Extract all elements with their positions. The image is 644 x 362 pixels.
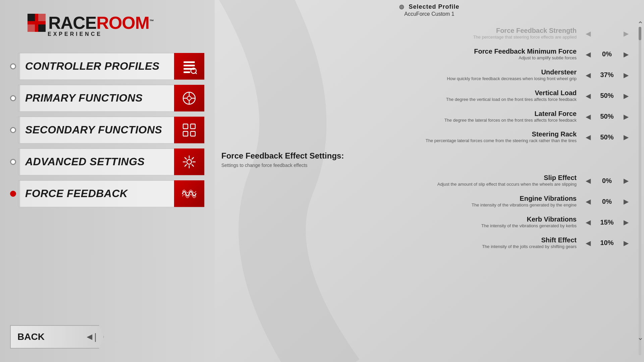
svg-point-13 [187, 96, 191, 100]
setting-name-ff-min: Force Feedback Minimum Force [221, 48, 577, 55]
ff-strength-increase[interactable]: ▶ [621, 29, 631, 38]
nav-item-force-feedback[interactable]: Force Feedback [10, 179, 205, 208]
setting-info-ff-min: Force Feedback Minimum Force Adjust to a… [221, 48, 583, 61]
shift-effect-increase[interactable]: ▶ [621, 238, 631, 248]
logo-tm: ™ [149, 18, 154, 24]
setting-name-kerb-vibrations: Kerb Vibrations [221, 216, 577, 223]
selected-profile-name: AccuForce Custom 1 [399, 11, 459, 17]
logo-container: RACEROOM™ EXPERIENCE [27, 13, 154, 37]
logo-icon [27, 13, 46, 33]
gamepad-icon [181, 90, 197, 106]
steering-rack-increase[interactable]: ▶ [621, 132, 631, 142]
understeer-increase[interactable]: ▶ [621, 70, 631, 80]
vertical-load-decrease[interactable]: ◀ [583, 91, 593, 101]
steering-rack-value: 50% [598, 133, 616, 141]
nav-item-primary-functions[interactable]: Primary Functions [10, 84, 205, 112]
setting-info-shift-effect: Shift Effect The intensity of the jolts … [221, 236, 583, 250]
setting-name-slip-effect: Slip Effect [221, 174, 577, 182]
shift-effect-decrease[interactable]: ◀ [583, 238, 593, 248]
slip-effect-increase[interactable]: ▶ [621, 176, 631, 185]
nav-label-force-feedback: Force Feedback [25, 187, 128, 200]
logo-main: RACEROOM™ [27, 13, 154, 33]
engine-vibrations-increase[interactable]: ▶ [621, 197, 631, 206]
svg-rect-1 [28, 21, 46, 24]
lateral-force-decrease[interactable]: ◀ [583, 112, 593, 121]
back-label: Back [17, 331, 45, 342]
svg-rect-2 [28, 14, 35, 21]
nav-bar-controller-profiles[interactable]: Controller Profiles [18, 53, 205, 80]
effect-settings-section: Force Feedback Effect Settings: Settings… [221, 151, 631, 168]
nav-bar-primary-functions[interactable]: Primary Functions [18, 85, 205, 112]
kerb-vibrations-value: 15% [598, 219, 616, 226]
svg-line-11 [196, 73, 197, 74]
nav-label-primary-functions: Primary Functions [25, 92, 143, 104]
setting-control-vertical-load: ◀ 50% ▶ [583, 91, 631, 101]
setting-row-kerb-vibrations: Kerb Vibrations The intensity of the vib… [221, 216, 631, 229]
setting-control-steering-rack: ◀ 50% ▶ [583, 132, 631, 142]
nav-bar-force-feedback[interactable]: Force Feedback [18, 180, 205, 207]
setting-name-vertical-load: Vertical Load [221, 89, 577, 97]
selected-profile-header: Selected Profile AccuForce Custom 1 [399, 3, 459, 17]
setting-name-engine-vibrations: Engine Vibrations [221, 195, 577, 202]
vertical-load-increase[interactable]: ▶ [621, 91, 631, 101]
nav-dot-controller-profiles [10, 63, 16, 69]
nav-item-secondary-functions[interactable]: Secondary Functions [10, 116, 205, 144]
setting-control-lateral-force: ◀ 50% ▶ [583, 112, 631, 121]
setting-desc-lateral-force: The degree the lateral forces on the fro… [221, 118, 577, 123]
steering-rack-decrease[interactable]: ◀ [583, 132, 593, 142]
svg-rect-20 [183, 131, 188, 136]
wave-icon [181, 186, 197, 201]
settings-icon [181, 154, 197, 170]
ff-min-increase[interactable]: ▶ [621, 50, 631, 59]
setting-info-understeer: Understeer How quickly force feedback de… [221, 68, 583, 82]
svg-rect-18 [183, 124, 188, 129]
setting-desc-ff-strength: The percentage that steering force effec… [221, 35, 577, 40]
nav-bar-secondary-functions[interactable]: Secondary Functions [18, 117, 205, 143]
nav-item-advanced-settings[interactable]: Advanced Settings [10, 147, 205, 176]
setting-row-vertical-load: Vertical Load The degree the vertical lo… [221, 89, 631, 103]
kerb-vibrations-decrease[interactable]: ◀ [583, 218, 593, 227]
scrollbar-thumb[interactable] [639, 27, 641, 40]
slip-effect-decrease[interactable]: ◀ [583, 176, 593, 185]
nav-icon-advanced-settings [174, 148, 204, 175]
engine-vibrations-decrease[interactable]: ◀ [583, 197, 593, 206]
lateral-force-value: 50% [598, 113, 616, 120]
nav-dot-force-feedback [10, 191, 16, 197]
nav-label-advanced-settings: Advanced Settings [25, 156, 145, 168]
setting-control-ff-min: ◀ 0% ▶ [583, 50, 631, 59]
setting-row-slip-effect: Slip Effect Adjust the amount of slip ef… [221, 174, 631, 187]
setting-row-ff-min: Force Feedback Minimum Force Adjust to a… [221, 48, 631, 61]
logo-race: RACE [48, 13, 96, 33]
setting-row-lateral-force: Lateral Force The degree the lateral for… [221, 110, 631, 123]
vertical-load-value: 50% [598, 92, 616, 100]
settings-content: Force Feedback Strength The percentage t… [221, 27, 631, 355]
setting-control-kerb-vibrations: ◀ 15% ▶ [583, 218, 631, 227]
engine-vibrations-value: 0% [598, 198, 616, 205]
understeer-value: 37% [598, 71, 616, 79]
setting-name-shift-effect: Shift Effect [221, 236, 577, 244]
ff-min-decrease[interactable]: ◀ [583, 50, 593, 59]
back-button[interactable]: Back ◄| [10, 325, 104, 349]
svg-rect-21 [191, 131, 195, 136]
svg-rect-9 [183, 71, 190, 73]
svg-rect-5 [28, 24, 35, 32]
setting-desc-steering-rack: The percentage lateral forces come from … [221, 138, 577, 144]
setting-info-kerb-vibrations: Kerb Vibrations The intensity of the vib… [221, 216, 583, 229]
setting-name-steering-rack: Steering Rack [221, 130, 577, 138]
lateral-force-increase[interactable]: ▶ [621, 112, 631, 121]
nav-item-controller-profiles[interactable]: Controller Profiles [10, 52, 205, 80]
svg-rect-7 [183, 65, 195, 66]
ff-strength-decrease[interactable]: ◀ [583, 29, 593, 38]
kerb-vibrations-increase[interactable]: ▶ [621, 218, 631, 227]
setting-info-ff-strength: Force Feedback Strength The percentage t… [221, 27, 583, 40]
back-icon: ◄| [85, 331, 97, 342]
nav-bar-advanced-settings[interactable]: Advanced Settings [18, 148, 205, 175]
setting-desc-slip-effect: Adjust the amount of slip effect that oc… [221, 182, 577, 187]
setting-desc-shift-effect: The intensity of the jolts created by sh… [221, 244, 577, 250]
scroll-down-button[interactable]: ⌄ [637, 333, 643, 342]
scrollbar-track [639, 27, 641, 355]
understeer-decrease[interactable]: ◀ [583, 70, 593, 80]
nav-dot-advanced-settings [10, 159, 16, 165]
setting-desc-understeer: How quickly force feedback decreases whe… [221, 76, 577, 82]
logo-room: ROOM [96, 13, 149, 33]
